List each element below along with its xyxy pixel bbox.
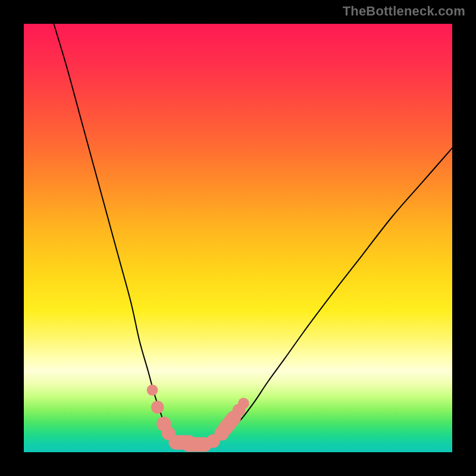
curve-left-curve [54,24,182,443]
marker-dot [147,384,158,396]
marker-dot [151,401,164,414]
curve-layer [54,24,452,445]
chart-svg [24,24,452,452]
chart-plot-area [24,24,452,452]
watermark-text: TheBottleneck.com [343,4,465,19]
marker-pill [225,418,233,428]
chart-frame: TheBottleneck.com [0,0,476,476]
marker-dot [238,398,249,409]
